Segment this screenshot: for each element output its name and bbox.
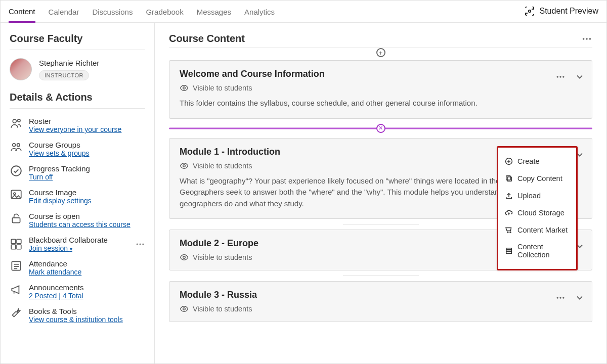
divider (10, 108, 145, 109)
menu-item-label: Copy Content (517, 174, 562, 183)
image-link[interactable]: Edit display settings (29, 197, 92, 205)
svg-point-46 (510, 232, 511, 233)
svg-point-21 (586, 38, 588, 40)
svg-point-27 (183, 164, 186, 167)
wrench-icon (10, 307, 23, 320)
sidebar-item-roster[interactable]: Roster View everyone in your course (10, 117, 145, 133)
cart-icon (504, 225, 513, 235)
page-more-icon[interactable] (581, 33, 592, 44)
faculty-row: Stephanie Richter INSTRUCTOR (10, 58, 145, 80)
svg-point-45 (507, 232, 508, 233)
groups-link[interactable]: View sets & groups (29, 149, 90, 157)
sidebar-item-attendance[interactable]: Attendance Mark attendance (10, 259, 145, 276)
add-content-menu: Create Copy Content Upload Cloud Storage… (497, 146, 578, 270)
menu-item-cloud[interactable]: Cloud Storage (503, 204, 571, 221)
sidebar-item-image[interactable]: Course Image Edit display settings (10, 188, 145, 205)
visibility-row[interactable]: Visible to students (180, 304, 559, 313)
announcements-link[interactable]: 2 Posted | 4 Total (29, 292, 83, 300)
sidebar-item-groups[interactable]: Course Groups View sets & groups (10, 141, 145, 157)
progress-link[interactable]: Turn off (29, 173, 90, 181)
menu-item-collection[interactable]: Content Collection (503, 239, 571, 263)
tab-gradebook[interactable]: Gradebook (146, 2, 183, 22)
visibility-label: Visible to students (193, 253, 252, 261)
module-card-welcome[interactable]: Welcome and Course Information Visible t… (169, 60, 592, 119)
main-content: Course Content + Welcome and Course Info… (155, 23, 606, 363)
module-more-icon[interactable] (555, 293, 566, 303)
expand-chevron-icon[interactable] (575, 293, 585, 303)
svg-rect-8 (12, 218, 20, 223)
eye-icon (180, 83, 189, 93)
image-icon (10, 188, 23, 201)
roster-link[interactable]: View everyone in your course (29, 125, 121, 133)
sidebar-item-collaborate[interactable]: Blackboard Collaborate Join session ▾ (10, 236, 145, 252)
attendance-label: Attendance (29, 259, 81, 268)
sidebar-item-books[interactable]: Books & Tools View course & institution … (10, 307, 145, 324)
open-label: Course is open (29, 212, 131, 220)
menu-item-label: Create (517, 157, 540, 165)
visibility-label: Visible to students (193, 162, 252, 170)
tab-messages[interactable]: Messages (197, 2, 231, 22)
attendance-link[interactable]: Mark attendance (29, 268, 81, 276)
student-preview-label: Student Preview (539, 7, 598, 16)
eye-icon (180, 304, 189, 313)
open-link[interactable]: Students can access this course (29, 220, 131, 229)
add-content-button[interactable]: + (376, 48, 385, 57)
svg-point-24 (557, 76, 558, 77)
collab-link[interactable]: Join session ▾ (29, 244, 129, 252)
groups-label: Course Groups (29, 141, 90, 149)
tab-content[interactable]: Content (9, 1, 35, 23)
menu-item-upload[interactable]: Upload (503, 187, 571, 204)
image-label: Course Image (29, 188, 92, 197)
people-icon (10, 117, 23, 130)
details-actions-heading: Details & Actions (10, 92, 145, 103)
svg-rect-9 (11, 239, 16, 244)
sidebar-item-announcements[interactable]: Announcements 2 Posted | 4 Total (10, 283, 145, 300)
unlock-icon (10, 212, 23, 225)
menu-item-create[interactable]: Create (503, 153, 571, 170)
menu-item-label: Cloud Storage (517, 209, 565, 217)
expand-chevron-icon[interactable] (575, 72, 585, 82)
svg-point-15 (142, 243, 144, 245)
module-title: Welcome and Course Information (180, 69, 559, 79)
progress-label: Progress Tracking (29, 164, 90, 173)
visibility-row[interactable]: Visible to students (180, 83, 559, 93)
main-header: Course Content (169, 33, 592, 44)
page-title: Course Content (169, 33, 245, 44)
close-add-menu-button[interactable]: ✕ (376, 124, 385, 133)
student-preview-button[interactable]: Student Preview (524, 1, 598, 22)
upload-icon (504, 191, 513, 200)
menu-item-market[interactable]: Content Market (503, 221, 571, 239)
tab-analytics[interactable]: Analytics (244, 2, 275, 22)
chevron-down-icon: ▾ (70, 246, 72, 252)
svg-point-31 (183, 256, 186, 259)
menu-item-label: Upload (517, 192, 541, 200)
cloud-icon (504, 208, 513, 217)
collab-more-icon[interactable] (135, 239, 145, 249)
svg-point-36 (557, 297, 558, 298)
top-nav: Content Calendar Discussions Gradebook M… (1, 1, 606, 23)
svg-point-1 (13, 119, 16, 123)
svg-point-25 (559, 76, 561, 77)
menu-item-copy[interactable]: Copy Content (503, 170, 571, 187)
plus-circle-icon (504, 157, 513, 166)
divider (343, 224, 419, 224)
sidebar: Course Faculty Stephanie Richter INSTRUC… (1, 23, 155, 363)
module-more-icon[interactable] (555, 72, 566, 82)
books-link[interactable]: View course & institution tools (29, 315, 123, 324)
tab-discussions[interactable]: Discussions (92, 2, 133, 22)
groups-icon (10, 141, 23, 154)
visibility-label: Visible to students (193, 305, 252, 313)
megaphone-icon (10, 283, 23, 296)
sidebar-item-progress[interactable]: Progress Tracking Turn off (10, 164, 145, 181)
module-separator (169, 276, 592, 276)
svg-rect-12 (17, 245, 21, 249)
refresh-eye-icon (524, 7, 535, 16)
svg-point-3 (13, 144, 16, 147)
check-circle-icon (10, 164, 23, 177)
tab-calendar[interactable]: Calendar (49, 2, 79, 22)
svg-point-4 (17, 144, 20, 147)
module-card-russia[interactable]: Module 3 - Russia Visible to students (169, 281, 592, 322)
module-title: Module 3 - Russia (180, 290, 559, 300)
sidebar-item-open[interactable]: Course is open Students can access this … (10, 212, 145, 229)
collaborate-icon (10, 238, 23, 251)
